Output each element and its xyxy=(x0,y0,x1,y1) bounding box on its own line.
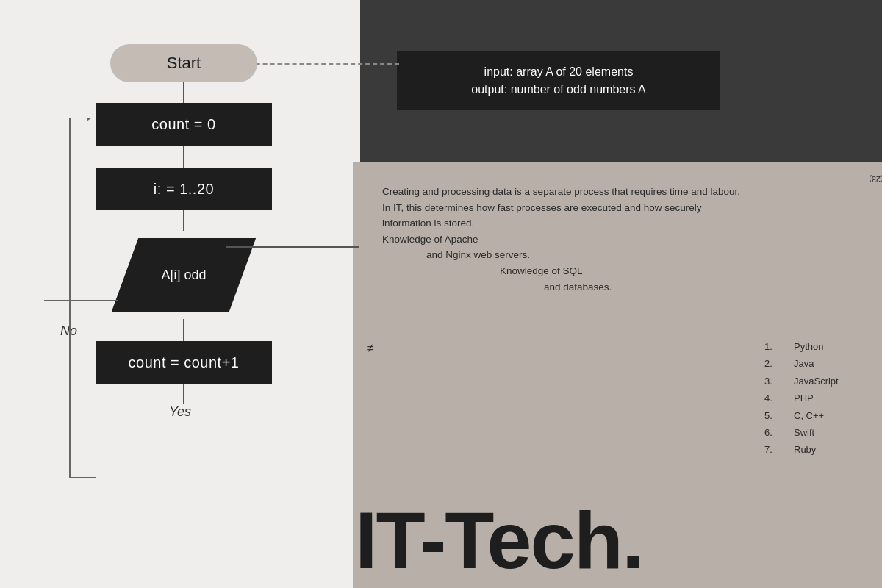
diamond-shape: A[i] odd xyxy=(112,238,256,312)
list-item: 2.Java xyxy=(764,355,839,372)
hash-symbol: ≠ xyxy=(368,342,374,355)
list-num: 7. xyxy=(764,441,779,458)
description-text: Creating and processing data is a separa… xyxy=(382,186,740,229)
h-connector-right xyxy=(226,246,359,248)
list-num: 2. xyxy=(764,355,779,372)
list-item-text: Java xyxy=(794,355,814,372)
list-num: 4. xyxy=(764,390,779,406)
input-description: input: array A of 20 elements output: nu… xyxy=(471,63,645,98)
list-item-text: Python xyxy=(794,338,823,355)
connector-3 xyxy=(183,210,184,231)
decision-diamond: A[i] odd xyxy=(96,231,272,319)
page-number: (23) xyxy=(869,175,882,184)
svg-marker-5 xyxy=(48,300,53,301)
start-shape: Start xyxy=(110,44,257,82)
list-item-text: C, C++ xyxy=(794,407,824,424)
list-item: 1.Python xyxy=(764,338,839,355)
right-content-area: Creating and processing data is a separa… xyxy=(360,169,875,309)
list-item: 3.JavaScript xyxy=(764,373,839,390)
start-label: Start xyxy=(167,54,201,73)
list-item: 7.Ruby xyxy=(764,441,839,458)
svg-marker-2 xyxy=(87,118,92,121)
list-item-text: PHP xyxy=(794,390,814,406)
dark-top-bar: input: array A of 20 elements output: nu… xyxy=(397,51,720,110)
list-num: 3. xyxy=(764,373,779,390)
numbered-list: 1.Python2.Java3.JavaScript4.PHP5.C, C++6… xyxy=(764,338,839,459)
connector-4 xyxy=(183,319,184,341)
count-box: count = 0 xyxy=(96,103,272,146)
knowledge-3: Knowledge of SQL xyxy=(500,265,583,276)
connector-2 xyxy=(183,146,184,168)
list-item: 6.Swift xyxy=(764,424,839,441)
knowledge-2: and Nginx web servers. xyxy=(426,249,530,260)
loop-label: i: = 1..20 xyxy=(154,181,214,198)
list-num: 1. xyxy=(764,338,779,355)
knowledge-4: and databases. xyxy=(544,282,612,293)
count-label: count = 0 xyxy=(151,116,215,133)
it-tech-heading: IT-Tech. xyxy=(355,500,642,581)
connector-1 xyxy=(183,82,184,103)
list-item: 5.C, C++ xyxy=(764,407,839,424)
yes-label: Yes xyxy=(169,404,191,420)
list-item-text: JavaScript xyxy=(794,373,839,390)
description-block: Creating and processing data is a separa… xyxy=(382,184,750,295)
list-item-text: Ruby xyxy=(794,441,816,458)
loop-arrow xyxy=(44,118,96,478)
diamond-label: A[i] odd xyxy=(161,268,206,283)
loop-box: i: = 1..20 xyxy=(96,168,272,210)
knowledge-1: Knowledge of Apache xyxy=(382,234,478,245)
list-num: 6. xyxy=(764,424,779,441)
list-num: 5. xyxy=(764,407,779,424)
list-item: 4.PHP xyxy=(764,390,839,406)
count-increment-box: count = count+1 xyxy=(96,341,272,384)
connector-5 xyxy=(183,384,184,404)
no-arrow xyxy=(44,300,118,301)
list-item-text: Swift xyxy=(794,424,814,441)
count-increment-label: count = count+1 xyxy=(129,354,240,371)
